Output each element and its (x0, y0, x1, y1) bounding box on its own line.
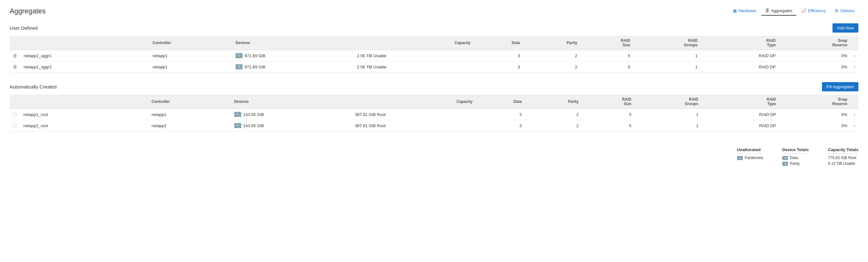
row-chevron[interactable]: › (850, 50, 859, 61)
row-chevron[interactable]: › (850, 120, 859, 131)
add-new-button[interactable]: Add New (833, 23, 859, 33)
capacity-root-label: 775.63 GiB Root (828, 156, 859, 160)
row-parity: 2 (523, 61, 581, 73)
col2-name-header (20, 95, 148, 109)
device-totals-title: Device Totals (782, 147, 809, 154)
row-raid-size: 5 (581, 50, 634, 61)
row-raid-size: 5 (582, 109, 635, 120)
device-stripe-icon: 5 (236, 53, 243, 58)
row-chevron[interactable]: › (850, 109, 859, 120)
row-raid-groups: 1 (635, 109, 702, 120)
col2-devices-header: Devices (231, 95, 352, 109)
row-devices: 5 143.65 GiB (231, 109, 352, 120)
nav-tabs: ▦ Hardware 🗄 Aggregates 📈 Efficiency ⚙ O… (729, 6, 859, 16)
row-controller: netapp1 (150, 50, 232, 61)
col-parity-header: Parity (523, 36, 581, 50)
chevron-right-icon[interactable]: › (854, 64, 855, 69)
devices-cell: 5 143.65 GiB (234, 123, 348, 128)
col2-raidsize-header: RAIDSize (582, 95, 635, 109)
device-count: 5 (238, 54, 240, 58)
chevron-right-icon[interactable]: › (854, 112, 855, 117)
device-size: 143.65 GiB (243, 123, 264, 128)
chevron-right-icon[interactable]: › (854, 123, 855, 128)
tab-hardware[interactable]: ▦ Hardware (729, 6, 760, 16)
tab-aggregates[interactable]: 🗄 Aggregates (762, 6, 796, 16)
row-controller: netapp1 (150, 61, 232, 73)
device-totals-summary: Device Totals 12 Data 8 Parity (782, 147, 809, 167)
fill-aggregates-button[interactable]: Fill Aggregates (822, 82, 859, 91)
trash-icon[interactable]: 🗑 (13, 53, 17, 58)
user-defined-header-row: Controller Devices Capacity Data Parity … (9, 36, 859, 50)
row-raid-type: RAID DP (702, 120, 779, 131)
device-parity-stripe-icon: 8 (782, 162, 788, 166)
device-data-count: 12 (783, 156, 787, 159)
delete-icon-cell: 🗑 (9, 50, 21, 61)
row-parity: 2 (525, 120, 582, 131)
unallocated-count: 4 (739, 156, 741, 159)
row-name: netapp1_aggr2 (21, 61, 150, 73)
devices-cell: 5 143.65 GiB (234, 112, 348, 117)
row-raid-type: RAID DP (701, 61, 779, 73)
user-defined-header: User Defined Add New (9, 23, 859, 33)
col-snapreserve-header: SnapReserve (779, 36, 850, 50)
chevron-right-icon[interactable]: › (854, 53, 855, 58)
auto-created-section: Automatically Created Fill Aggregates Co… (9, 82, 859, 131)
row-capacity: 2.56 TiB Usable (354, 61, 474, 73)
col2-raidtype-header: RAIDType (702, 95, 779, 109)
row-devices: 5 971.89 GiB (232, 61, 354, 73)
unallocated-title: Unallocated (737, 147, 763, 154)
user-defined-title: User Defined (9, 25, 38, 31)
unallocated-stripe-icon: 4 (737, 156, 743, 160)
row-data: 3 (474, 50, 523, 61)
table-row: 🗑 netapp1_aggr2 netapp1 5 971.89 GiB 2.5… (9, 61, 859, 73)
col2-data-header: Data (475, 95, 525, 109)
user-defined-table: Controller Devices Capacity Data Parity … (9, 36, 859, 73)
device-parity-label: Parity (790, 161, 800, 166)
device-stripe-icon: 5 (234, 123, 241, 128)
col-chevron-header (850, 36, 859, 50)
row-name: netapp1_root (20, 109, 148, 120)
device-data-label: Data (790, 156, 798, 160)
file-icon: ☐ (13, 123, 17, 128)
col-raidsize-header: RAIDSize (581, 36, 634, 50)
col-controller-header: Controller (150, 36, 232, 50)
auto-created-tbody: ☐ netapp1_root netapp1 5 143.65 GiB 387.… (9, 109, 859, 131)
device-count: 5 (238, 65, 240, 69)
tab-efficiency[interactable]: 📈 Efficiency (798, 6, 830, 16)
file-icon-cell: ☐ (9, 120, 20, 131)
row-capacity: 387.81 GiB Root (352, 120, 476, 131)
col-trash-icon-header (9, 36, 21, 50)
row-raid-type: RAID DP (701, 50, 779, 61)
col-capacity-header: Capacity (354, 36, 474, 50)
table-row: 🗑 netapp1_aggr1 netapp1 5 971.89 GiB 2.5… (9, 50, 859, 61)
row-chevron[interactable]: › (850, 61, 859, 73)
user-defined-section: User Defined Add New Controller Devices … (9, 23, 859, 73)
unallocated-row-1: 4 Partitioned (737, 156, 763, 160)
col2-capacity-header: Capacity (352, 95, 476, 109)
col-devices-header: Devices (232, 36, 354, 50)
col-data-header: Data (474, 36, 523, 50)
trash-icon[interactable]: 🗑 (13, 64, 17, 69)
table-row: ☐ netapp1_root netapp1 5 143.65 GiB 387.… (9, 109, 859, 120)
capacity-totals-summary: Capacity Totals 775.63 GiB Root 5.13 TiB… (828, 147, 859, 167)
auto-created-title: Automatically Created (9, 84, 57, 89)
devices-cell: 5 971.89 GiB (236, 64, 350, 69)
row-devices: 5 971.89 GiB (232, 50, 354, 61)
row-data: 3 (475, 120, 525, 131)
unallocated-label: Partitioned (745, 156, 763, 160)
footer-summary: Unallocated 4 Partitioned Device Totals … (9, 141, 859, 170)
options-icon: ⚙ (835, 8, 839, 13)
device-data-stripe-icon: 12 (782, 156, 788, 160)
row-data: 3 (475, 109, 525, 120)
page-header: Aggregates ▦ Hardware 🗄 Aggregates 📈 Eff… (9, 6, 859, 16)
row-parity: 2 (523, 50, 581, 61)
col2-raidgroups-header: RAIDGroups (635, 95, 702, 109)
tab-options[interactable]: ⚙ Options (831, 6, 859, 16)
row-raid-groups: 1 (633, 50, 701, 61)
devices-cell: 5 971.89 GiB (236, 53, 350, 58)
col2-icon-header (9, 95, 20, 109)
col2-chevron-header (850, 95, 859, 109)
page-title: Aggregates (9, 7, 46, 15)
device-totals-row-data: 12 Data (782, 156, 809, 160)
device-size: 971.89 GiB (245, 53, 265, 58)
